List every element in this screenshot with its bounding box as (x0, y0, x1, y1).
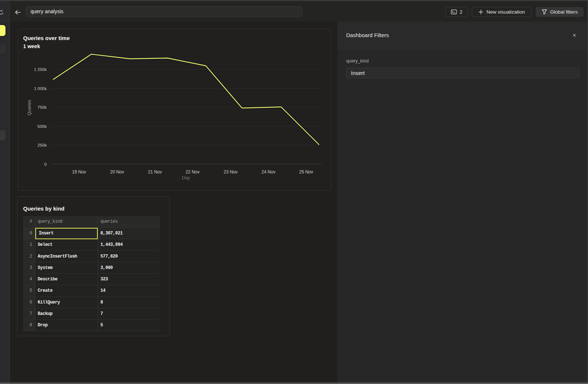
svg-text:24 Nov: 24 Nov (261, 169, 275, 175)
svg-text:750k: 750k (37, 105, 47, 110)
svg-text:0: 0 (44, 162, 47, 166)
svg-text:1 250k: 1 250k (34, 67, 47, 72)
svg-text:Day: Day (182, 175, 190, 180)
svg-text:Queries: Queries (27, 100, 32, 115)
svg-text:1 000k: 1 000k (34, 86, 47, 91)
svg-text:25 Nov: 25 Nov (299, 169, 313, 175)
svg-text:21 Nov: 21 Nov (148, 169, 162, 175)
svg-text:19 Nov: 19 Nov (72, 169, 86, 175)
svg-text:23 Nov: 23 Nov (223, 169, 237, 175)
svg-text:20 Nov: 20 Nov (110, 169, 124, 175)
svg-text:22 Nov: 22 Nov (186, 169, 200, 175)
svg-text:500k: 500k (37, 124, 47, 129)
svg-text:250k: 250k (37, 143, 47, 147)
